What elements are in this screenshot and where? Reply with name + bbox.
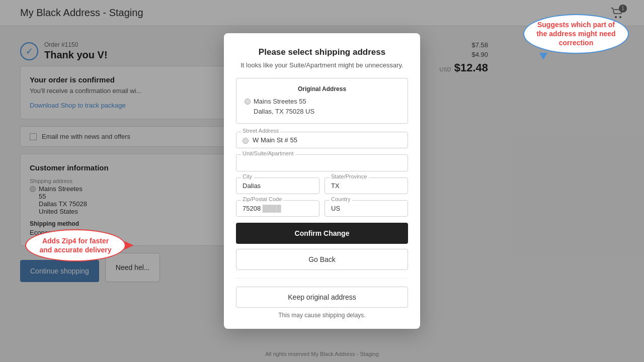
country-value: US [331, 205, 401, 212]
modal-subtitle: It looks like your Suite/Apartment might… [236, 61, 408, 69]
zip-input[interactable]: 75208 ████ [236, 200, 319, 217]
state-input[interactable]: TX [325, 177, 408, 194]
shipping-address-modal: Please select shipping address It looks … [224, 33, 420, 329]
original-address-label: Original Address [245, 85, 399, 93]
keep-original-button[interactable]: Keep original address [236, 287, 408, 308]
city-input[interactable]: Dallas [236, 177, 319, 194]
country-input[interactable]: US [325, 200, 408, 217]
unit-label: Unit/Suite/Apartment [241, 150, 295, 156]
unit-field: Unit/Suite/Apartment [236, 154, 408, 171]
modal-title: Please select shipping address [236, 47, 408, 57]
go-back-button[interactable]: Go Back [236, 249, 408, 270]
confirm-change-button[interactable]: Confirm Change [236, 223, 408, 244]
modal-overlay: Please select shipping address It looks … [0, 0, 644, 362]
delay-warning: This may cause shipping delays. [236, 312, 408, 319]
street-address-radio[interactable] [243, 138, 249, 144]
city-field: City Dallas [236, 177, 319, 194]
street-address-value: W Main St # 55 [253, 136, 401, 144]
zip-country-row: Zip/Postal Code 75208 ████ Country US [236, 200, 408, 223]
zip-value: 75208 ████ [243, 205, 313, 212]
zip-field: Zip/Postal Code 75208 ████ [236, 200, 319, 217]
annotation-bubble-bottom-text: Adds Zip4 for faster and accurate delive… [25, 229, 126, 261]
country-label: Country [330, 196, 352, 202]
state-label: State/Province [330, 173, 369, 179]
original-address-radio[interactable] [245, 99, 251, 105]
state-value: TX [331, 182, 401, 190]
city-value: Dallas [243, 182, 313, 190]
annotation-bubble-top-text: Suggests which part of the address might… [523, 14, 629, 54]
street-address-label: Street Address [241, 128, 280, 134]
state-field: State/Province TX [325, 177, 408, 194]
modal-divider [236, 278, 408, 279]
street-address-input-row[interactable]: W Main St # 55 [236, 132, 408, 148]
annotation-bubble-bottom: Adds Zip4 for faster and accurate delive… [25, 229, 126, 261]
original-address-row: Mains Streetes 55 Dallas, TX 75028 US [245, 97, 399, 116]
country-field: Country US [325, 200, 408, 217]
original-address-box: Original Address Mains Streetes 55 Dalla… [236, 78, 408, 124]
annotation-bubble-top: Suggests which part of the address might… [523, 14, 629, 54]
street-address-field: Street Address W Main St # 55 [236, 132, 408, 148]
original-address-text: Mains Streetes 55 Dallas, TX 75028 US [254, 97, 314, 116]
zip-label: Zip/Postal Code [241, 196, 283, 202]
unit-input[interactable] [236, 154, 408, 171]
city-label: City [241, 173, 254, 179]
